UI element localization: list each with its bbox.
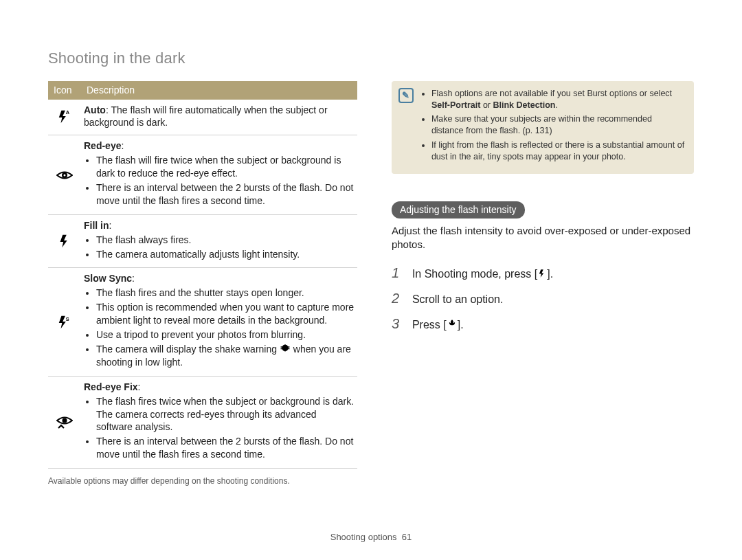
row-fill-in-title: Fill in: [84, 220, 109, 231]
footer-page: 61: [402, 532, 412, 542]
row-slow-sync-desc: Slow Sync: The flash fires and the shutt…: [81, 268, 357, 375]
step3-post: ].: [458, 319, 464, 331]
page-footer: Shooting options 61: [0, 531, 742, 544]
flash-icon: [537, 268, 547, 279]
page-title: Shooting in the dark: [48, 48, 694, 69]
list-item: There is an interval between the 2 burst…: [96, 181, 355, 208]
table-footnote: Available options may differ depending o…: [48, 475, 357, 486]
svg-point-2: [64, 174, 66, 176]
note0-b1: Self-Portrait: [431, 100, 481, 110]
list-item: There is an interval between the 2 burst…: [96, 435, 355, 461]
note-list: Flash options are not available if you s…: [420, 88, 686, 166]
row-red-eye-desc: Red-eye: The flash will fire twice when …: [81, 135, 357, 214]
step-number: 1: [392, 264, 404, 282]
step-text: Scroll to an option.: [412, 292, 504, 307]
step-2: 2 Scroll to an option.: [392, 289, 694, 308]
list-item: The flash fires and the shutter stays op…: [96, 287, 355, 300]
note-box: ✎ Flash options are not available if you…: [392, 81, 694, 174]
note-item-2: If light from the flash is reflected or …: [431, 139, 686, 163]
step-number: 3: [392, 315, 404, 333]
step-text: In Shooting mode, press [].: [412, 267, 553, 282]
table-header: Icon Description: [48, 81, 357, 100]
header-icon: Icon: [48, 81, 81, 100]
step-text: Press [].: [412, 317, 464, 333]
step1-post: ].: [547, 268, 553, 280]
list-item: Use a tripod to prevent your photos from…: [96, 328, 355, 341]
list-item: This option is recommended when you want…: [96, 301, 355, 327]
list-item: The camera automatically adjusts light i…: [96, 248, 355, 261]
table-row: Red-eye: The flash will fire twice when …: [48, 135, 357, 214]
red-eye-icon: [48, 135, 81, 214]
fill-in-icon: [48, 215, 81, 268]
slow-sync-icon: S: [48, 268, 81, 375]
list-item: The flash fires twice when the subject o…: [96, 395, 355, 434]
right-column: ✎ Flash options are not available if you…: [392, 81, 694, 487]
row-auto-desc: Auto: The flash will fire automatically …: [81, 100, 357, 135]
section-description: Adjust the flash intensity to avoid over…: [392, 224, 694, 252]
row-fill-in-desc: Fill in: The flash always fires. The cam…: [81, 215, 357, 268]
step3-pre: Press [: [412, 319, 447, 331]
svg-text:A: A: [66, 110, 70, 116]
step-3: 3 Press [].: [392, 315, 694, 333]
step-1: 1 In Shooting mode, press [].: [392, 264, 694, 282]
note0-pre: Flash options are not available if you s…: [431, 89, 672, 98]
step-number: 2: [392, 289, 404, 308]
row-red-eye-fix-desc: Red-eye Fix: The flash fires twice when …: [81, 377, 357, 468]
slow-sync-b3-part1: The camera will display the shake warnin…: [96, 344, 280, 355]
row-auto-title: Auto: [84, 104, 106, 115]
flash-auto-icon: A: [48, 100, 81, 135]
table-row: S Slow Sync: The flash fires and the shu…: [48, 268, 357, 376]
row-auto-text: : The flash will fire automatically when…: [84, 104, 328, 128]
list-item: The flash always fires.: [96, 234, 355, 247]
note0-mid: or: [480, 100, 493, 110]
svg-text:S: S: [66, 316, 69, 322]
row-slow-sync-title: Slow Sync: [84, 273, 132, 284]
macro-icon: [447, 319, 458, 330]
left-column: Icon Description A Auto: The flash will …: [48, 81, 357, 487]
content-columns: Icon Description A Auto: The flash will …: [48, 81, 694, 487]
footer-label: Shooting options: [330, 532, 397, 542]
svg-point-4: [282, 345, 288, 351]
step1-pre: In Shooting mode, press [: [412, 268, 537, 280]
row-red-eye-title: Red-eye: [84, 140, 121, 151]
steps-list: 1 In Shooting mode, press []. 2 Scroll t…: [392, 264, 694, 333]
shake-warning-icon: [280, 343, 291, 354]
table-row: Red-eye Fix: The flash fires twice when …: [48, 377, 357, 469]
red-eye-fix-icon: [48, 377, 81, 468]
note0-post: .: [556, 100, 558, 110]
note0-b2: Blink Detection: [493, 100, 556, 110]
header-description: Description: [81, 81, 357, 100]
note-icon: ✎: [398, 88, 414, 103]
table-row: A Auto: The flash will fire automaticall…: [48, 100, 357, 136]
note-item-1: Make sure that your subjects are within …: [431, 113, 686, 137]
svg-point-5: [63, 418, 67, 423]
section-heading: Adjusting the flash intensity: [392, 201, 525, 219]
list-item: The flash will fire twice when the subje…: [96, 154, 355, 180]
table-row: Fill in: The flash always fires. The cam…: [48, 215, 357, 269]
list-item: The camera will display the shake warnin…: [96, 343, 355, 369]
note-item-0: Flash options are not available if you s…: [431, 88, 686, 111]
row-red-eye-fix-title: Red-eye Fix: [84, 381, 138, 392]
